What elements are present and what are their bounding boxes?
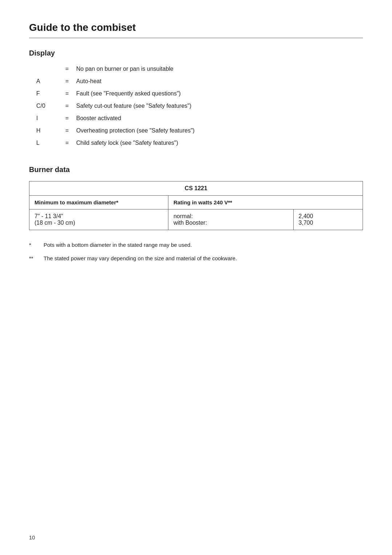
display-value-f: Fault (see "Frequently asked questions") bbox=[76, 89, 363, 98]
display-eq-f: = bbox=[65, 89, 76, 98]
footnote-2: ** The stated power may vary depending o… bbox=[29, 254, 363, 263]
footnote-1: * Pots with a bottom diameter in the sta… bbox=[29, 241, 363, 249]
table-col1-header: Minimum to maximum diameter* bbox=[29, 196, 168, 209]
display-list-item: F = Fault (see "Frequently asked questio… bbox=[36, 89, 363, 98]
display-key-0 bbox=[36, 65, 65, 73]
display-list-item: = No pan on burner or pan is unsuitable bbox=[36, 65, 363, 73]
display-eq-c0: = bbox=[65, 102, 76, 110]
footnote-2-mark: ** bbox=[29, 254, 44, 263]
diameter-line1: 7" - 11 3/4" bbox=[34, 213, 63, 219]
footnote-1-text: Pots with a bottom diameter in the state… bbox=[44, 241, 363, 249]
display-value-l: Child safety lock (see "Safety features"… bbox=[76, 139, 363, 147]
display-key-i: I bbox=[36, 114, 65, 123]
table-cell-rating-label: normal: with Booster: bbox=[168, 209, 293, 230]
display-value-h: Overheating protection (see "Safety feat… bbox=[76, 126, 363, 135]
display-key-a: A bbox=[36, 77, 65, 86]
display-value-c0: Safety cut-out feature (see "Safety feat… bbox=[76, 102, 363, 110]
display-list-item: I = Booster activated bbox=[36, 114, 363, 123]
display-list-item: L = Child safety lock (see "Safety featu… bbox=[36, 139, 363, 147]
rating-value2: 3,700 bbox=[299, 220, 313, 226]
display-list: = No pan on burner or pan is unsuitable … bbox=[36, 65, 363, 147]
display-list-item: H = Overheating protection (see "Safety … bbox=[36, 126, 363, 135]
rating-label2: with Booster: bbox=[173, 220, 207, 226]
footnotes: * Pots with a bottom diameter in the sta… bbox=[29, 241, 363, 262]
display-section-title: Display bbox=[29, 49, 363, 57]
page-title: Guide to the combiset bbox=[29, 22, 363, 33]
rating-label1: normal: bbox=[173, 213, 193, 219]
display-eq-a: = bbox=[65, 77, 76, 86]
display-value-i: Booster activated bbox=[76, 114, 363, 123]
display-eq-0: = bbox=[65, 65, 76, 73]
display-section: Display = No pan on burner or pan is uns… bbox=[29, 49, 363, 147]
burner-section-title: Burner data bbox=[29, 166, 363, 174]
display-key-l: L bbox=[36, 139, 65, 147]
table-col2-header: Rating in watts 240 V** bbox=[168, 196, 363, 209]
title-divider bbox=[29, 38, 363, 38]
display-list-item: C/0 = Safety cut-out feature (see "Safet… bbox=[36, 102, 363, 110]
page-number: 10 bbox=[29, 534, 35, 540]
table-cell-diameter: 7" - 11 3/4" (18 cm - 30 cm) bbox=[29, 209, 168, 230]
display-value-a: Auto-heat bbox=[76, 77, 363, 86]
display-list-item: A = Auto-heat bbox=[36, 77, 363, 86]
burner-data-section: Burner data CS 1221 Minimum to maximum d… bbox=[29, 166, 363, 262]
table-cell-rating-value: 2,400 3,700 bbox=[293, 209, 363, 230]
display-value-0: No pan on burner or pan is unsuitable bbox=[76, 65, 363, 73]
display-key-c0: C/0 bbox=[36, 102, 65, 110]
display-eq-l: = bbox=[65, 139, 76, 147]
display-key-h: H bbox=[36, 126, 65, 135]
display-key-f: F bbox=[36, 89, 65, 98]
footnote-1-mark: * bbox=[29, 241, 44, 249]
burner-table: CS 1221 Minimum to maximum diameter* Rat… bbox=[29, 181, 363, 230]
diameter-line2: (18 cm - 30 cm) bbox=[34, 220, 75, 226]
table-model-header: CS 1221 bbox=[29, 181, 363, 196]
rating-value1: 2,400 bbox=[299, 213, 313, 219]
table-row: 7" - 11 3/4" (18 cm - 30 cm) normal: wit… bbox=[29, 209, 363, 230]
display-eq-h: = bbox=[65, 126, 76, 135]
display-eq-i: = bbox=[65, 114, 76, 123]
footnote-2-text: The stated power may vary depending on t… bbox=[44, 254, 363, 263]
